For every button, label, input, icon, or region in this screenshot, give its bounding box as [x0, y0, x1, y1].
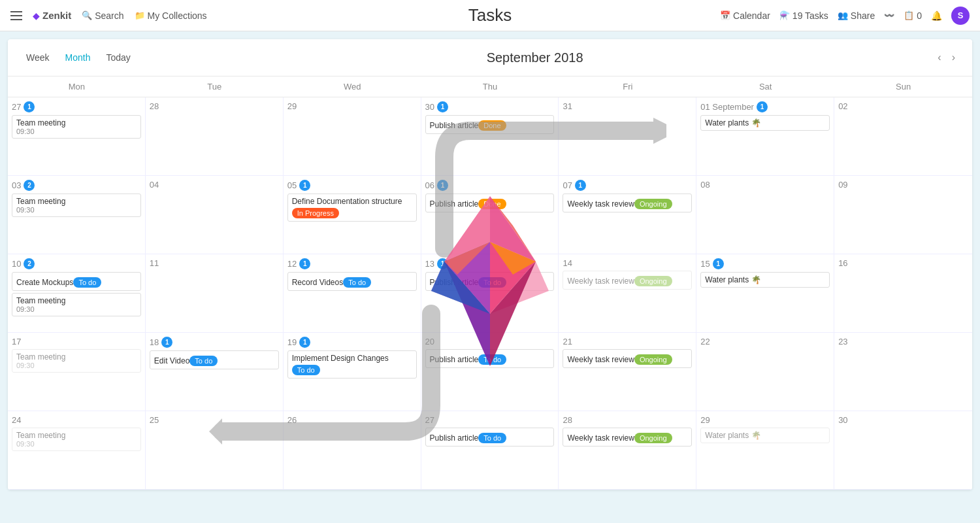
task-item[interactable]: Team meeting09:30 [12, 428, 141, 451]
zenkit-logo[interactable]: ◆ Zenkit [33, 10, 71, 21]
task-item[interactable]: Publish articleTo do [425, 349, 555, 368]
calendar-cell[interactable]: 071Weekly task reviewOngoing [559, 176, 696, 254]
search-nav[interactable]: 🔍 Search [82, 10, 123, 21]
calendar-cell[interactable]: 08 [696, 176, 834, 254]
task-item[interactable]: Team meeting09:30 [12, 115, 141, 139]
calendar-cell[interactable]: 28Weekly task reviewOngoing [559, 411, 696, 490]
cell-date: 151 [700, 258, 830, 269]
task-name: Create Mockups [16, 278, 73, 287]
activity-nav[interactable]: 〰️ [884, 10, 894, 20]
date-badge: 1 [299, 180, 310, 191]
calendar-cell[interactable]: 14Weekly task reviewOngoing [559, 254, 696, 333]
calendar-cell[interactable]: 27Publish articleTo do [421, 411, 559, 490]
task-tag: To do [292, 365, 320, 375]
tasks-nav[interactable]: 📋 0 [904, 10, 922, 21]
calendar-cell[interactable]: 23 [834, 333, 972, 411]
task-name: Team meeting [16, 197, 65, 206]
calendar-cell[interactable]: 09 [834, 176, 972, 254]
calendar-cell[interactable]: 131Publish articleTo do [421, 254, 559, 333]
calendar-cell[interactable]: 21Weekly task reviewOngoing [559, 333, 696, 411]
task-item[interactable]: Publish articleTo do [425, 428, 555, 447]
task-name: Weekly task review [567, 355, 634, 364]
calendar-cell[interactable]: 061Publish articleDone [421, 176, 559, 254]
task-item[interactable]: Weekly task reviewOngoing [563, 349, 692, 368]
task-item[interactable]: Water plants 🌴 [700, 272, 830, 288]
cell-date: 191 [287, 337, 417, 348]
task-item[interactable]: Team meeting09:30 [12, 194, 141, 217]
calendar-cell[interactable]: 271Team meeting09:30 [8, 97, 146, 176]
task-item[interactable]: Weekly task reviewOngoing [563, 428, 692, 447]
calendar-cell[interactable]: 29Water plants 🌴 [696, 411, 834, 490]
task-item[interactable]: Water plants 🌴 [700, 428, 830, 443]
task-item[interactable]: Record VideosTo do [287, 272, 417, 291]
task-tag: Ongoing [634, 433, 672, 443]
task-name: Team meeting [16, 118, 65, 127]
collections-nav[interactable]: 📁 My Collections [135, 10, 207, 21]
calendar-cell[interactable]: 181Edit VideoTo do [146, 333, 284, 411]
calendar-cell[interactable]: 051Define Documentation structureIn Prog… [284, 176, 421, 254]
date-badge: 1 [437, 258, 448, 269]
task-item[interactable]: Create MockupsTo do [12, 272, 141, 291]
calendar-cell[interactable]: 102Create MockupsTo doTeam meeting09:30 [8, 254, 146, 333]
calendar-cell[interactable]: 22 [696, 333, 834, 411]
calendar-cell[interactable]: 20Publish articleTo do [421, 333, 559, 411]
calendar-cell[interactable]: 191Implement Design ChangesTo do [284, 333, 421, 411]
hamburger-menu[interactable] [10, 11, 22, 20]
calendar-cell[interactable]: 30 [834, 411, 972, 490]
calendar-cell[interactable]: 02 [834, 97, 972, 176]
calendar-cell[interactable]: 17Team meeting09:30 [8, 333, 146, 411]
calendar-icon: 📅 [720, 10, 730, 20]
task-item[interactable]: Define Documentation structureIn Progres… [287, 194, 417, 222]
calendar-cell[interactable]: 25 [146, 411, 284, 490]
task-item[interactable]: Implement Design ChangesTo do [287, 350, 417, 379]
calendar-view-toggle[interactable]: 📅 Calendar [720, 10, 770, 21]
date-badge: 1 [757, 101, 768, 112]
task-tag: Ongoing [634, 199, 672, 209]
task-item[interactable]: Team meeting09:30 [12, 349, 141, 373]
today-btn[interactable]: Today [101, 50, 135, 65]
calendar-cell[interactable]: 04 [146, 176, 284, 254]
cell-date: 051 [287, 180, 417, 191]
cell-date: 30 [838, 415, 968, 425]
calendar-cell[interactable]: 29 [284, 97, 421, 176]
day-header-sat: Sat [696, 76, 834, 97]
prev-month-btn[interactable]: ‹ [934, 50, 945, 65]
task-item[interactable]: Edit VideoTo do [150, 350, 279, 369]
cell-date: 17 [12, 337, 141, 346]
cell-date: 04 [150, 180, 279, 190]
calendar-cell[interactable]: 26 [284, 411, 421, 490]
calendar-cell[interactable]: 16 [834, 254, 972, 333]
bell-nav[interactable]: 🔔 [931, 10, 942, 21]
cell-date: 032 [12, 180, 141, 191]
task-item[interactable]: Publish articleDone [425, 194, 555, 212]
calendar-cell[interactable]: 11 [146, 254, 284, 333]
calendar-cell[interactable]: 01 September1Water plants 🌴 [696, 97, 834, 176]
calendar-cell[interactable]: 301Publish articleDone [421, 97, 559, 176]
user-avatar[interactable]: S [951, 7, 970, 25]
week-view-btn[interactable]: Week [21, 50, 55, 65]
activity-icon: 〰️ [884, 10, 894, 20]
calendar-cell[interactable]: 31 [559, 97, 696, 176]
tasks-icon: 📋 [904, 10, 914, 20]
month-view-btn[interactable]: Month [60, 50, 96, 65]
calendar-cell[interactable]: 28 [146, 97, 284, 176]
task-item[interactable]: Publish articleDone [425, 115, 555, 134]
task-item[interactable]: Weekly task reviewOngoing [563, 194, 692, 212]
task-item[interactable]: Publish articleTo do [425, 272, 555, 291]
calendar-cell[interactable]: 151Water plants 🌴 [696, 254, 834, 333]
day-header-thu: Thu [421, 76, 559, 97]
filter-tasks[interactable]: ⚗️ 19 Tasks [779, 10, 828, 21]
task-item[interactable]: Team meeting09:30 [12, 293, 141, 316]
share-button[interactable]: 👥 Share [838, 10, 875, 21]
calendar-cell[interactable]: 121Record VideosTo do [284, 254, 421, 333]
search-label: Search [95, 10, 123, 21]
task-item[interactable]: Water plants 🌴 [700, 115, 830, 131]
cell-date: 131 [425, 258, 555, 269]
cell-date: 061 [425, 180, 555, 191]
cell-date: 14 [563, 258, 692, 268]
calendar-cell[interactable]: 24Team meeting09:30 [8, 411, 146, 490]
cell-date: 26 [287, 415, 417, 425]
task-item[interactable]: Weekly task reviewOngoing [563, 271, 692, 290]
next-month-btn[interactable]: › [948, 50, 959, 65]
calendar-cell[interactable]: 032Team meeting09:30 [8, 176, 146, 254]
